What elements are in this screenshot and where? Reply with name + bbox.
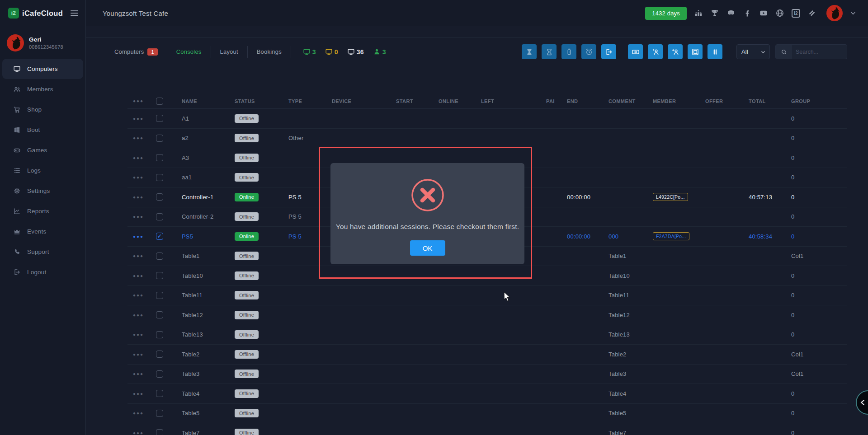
table-row[interactable]: ●●●a2OfflineOther0 xyxy=(127,129,847,149)
logo-text: iCafeCloud xyxy=(22,9,63,18)
row-checkbox[interactable] xyxy=(156,370,163,378)
crown-icon xyxy=(13,228,21,235)
member-badge[interactable]: F2A7DA[Po... xyxy=(653,232,689,240)
row-checkbox-cell xyxy=(149,154,170,161)
cell-group: 0 xyxy=(779,154,847,161)
table-row[interactable]: ●●●Table2OfflineTable2Col1 xyxy=(127,345,847,365)
row-menu-icon[interactable]: ●●● xyxy=(127,293,149,298)
sidebar-item-events[interactable]: Events xyxy=(2,221,83,242)
row-checkbox[interactable] xyxy=(156,135,163,142)
row-checkbox[interactable] xyxy=(156,410,163,417)
cell-total: 40:57:13 xyxy=(737,194,779,201)
sidebar-item-shop[interactable]: Shop xyxy=(2,99,83,120)
row-menu-icon[interactable]: ●●● xyxy=(127,155,149,160)
filter-select[interactable]: All xyxy=(736,44,770,59)
row-menu-icon[interactable]: ●●● xyxy=(127,371,149,376)
discord-icon[interactable] xyxy=(726,9,736,18)
sidebar-item-logs[interactable]: Logs xyxy=(2,160,83,181)
sidebar-item-members[interactable]: Members xyxy=(2,79,83,99)
account-avatar[interactable] xyxy=(826,5,843,21)
sidebar-item-computers[interactable]: Computers xyxy=(2,59,83,79)
table-row[interactable]: ●●●Table12OfflineTable120 xyxy=(127,305,847,325)
ok-button[interactable]: OK xyxy=(410,240,445,256)
alarm-button[interactable] xyxy=(581,44,596,59)
hourglass-filled-button[interactable] xyxy=(522,44,537,59)
row-menu-icon[interactable]: ●●● xyxy=(127,313,149,318)
row-menu-icon[interactable]: ●●● xyxy=(127,195,149,200)
row-menu-icon[interactable]: ●●● xyxy=(127,116,149,121)
hourglass-button[interactable] xyxy=(542,44,557,59)
tab-count-badge: 1 xyxy=(147,48,157,56)
row-menu-icon[interactable]: ●●● xyxy=(127,273,149,278)
column-header-comment: COMMENT xyxy=(597,98,641,104)
row-menu-icon[interactable]: ●●● xyxy=(127,411,149,416)
sidebar-item-logout[interactable]: Logout xyxy=(2,262,83,282)
row-checkbox[interactable] xyxy=(156,429,163,435)
sidebar-item-support[interactable]: Support xyxy=(2,242,83,262)
row-menu-icon[interactable]: ●●● xyxy=(127,391,149,396)
row-checkbox[interactable] xyxy=(156,174,163,181)
row-checkbox[interactable] xyxy=(156,292,163,299)
ranking-icon[interactable] xyxy=(694,9,703,18)
table-row[interactable]: ●●●Table13OfflineTable130 xyxy=(127,325,847,345)
member-star-button[interactable] xyxy=(648,44,663,59)
row-menu-icon[interactable]: ●●● xyxy=(127,175,149,180)
table-row[interactable]: ●●●Table5OfflineTable50 xyxy=(127,404,847,424)
table-row[interactable]: ●●●A1Offline0 xyxy=(127,109,847,129)
row-checkbox[interactable] xyxy=(156,253,163,260)
tab-computers[interactable]: Computers1 xyxy=(114,48,167,56)
select-all-checkbox[interactable] xyxy=(156,98,163,105)
table-row[interactable]: ●●●Table4OfflineTable40 xyxy=(127,384,847,404)
column-header-offer: OFFER xyxy=(693,98,737,104)
row-checkbox[interactable] xyxy=(156,115,163,122)
row-menu-icon[interactable]: ●●● xyxy=(127,136,149,140)
tab-layout[interactable]: Layout xyxy=(211,48,247,55)
sidebar-item-games[interactable]: Games xyxy=(2,140,83,160)
row-checkbox[interactable] xyxy=(156,213,163,220)
row-checkbox[interactable]: ✓ xyxy=(156,233,163,240)
youtube-icon[interactable] xyxy=(759,9,768,18)
screenshot-button[interactable] xyxy=(688,44,703,59)
trophy-icon[interactable] xyxy=(710,9,719,18)
row-menu-icon[interactable]: ●●● xyxy=(127,98,149,103)
user-block[interactable]: Geri 008612345678 xyxy=(0,26,85,59)
checkout-button[interactable] xyxy=(601,44,616,59)
row-menu-icon[interactable]: ●●● xyxy=(127,332,149,337)
cell-total: 40:58:34 xyxy=(737,233,779,240)
member-badge[interactable]: L4922C[Po... xyxy=(653,193,688,201)
tab-bookings[interactable]: Bookings xyxy=(248,48,291,55)
status-badge: Offline xyxy=(235,409,259,417)
member-add-button[interactable] xyxy=(668,44,683,59)
globe-icon[interactable] xyxy=(775,9,784,18)
sidebar-item-settings[interactable]: Settings xyxy=(2,181,83,201)
row-menu-icon[interactable]: ●●● xyxy=(127,234,149,239)
row-checkbox[interactable] xyxy=(156,272,163,279)
row-menu-icon[interactable]: ●●● xyxy=(127,430,149,435)
tab-consoles[interactable]: Consoles xyxy=(167,48,211,55)
cash-button[interactable] xyxy=(628,44,643,59)
row-checkbox[interactable] xyxy=(156,390,163,397)
row-checkbox[interactable] xyxy=(156,154,163,161)
icafe-icon[interactable]: i2 xyxy=(792,9,800,18)
chevron-down-icon[interactable] xyxy=(850,10,856,16)
table-row[interactable]: ●●●Table3OfflineTable3Col1 xyxy=(127,365,847,384)
row-menu-icon[interactable]: ●●● xyxy=(127,352,149,357)
battery-button[interactable] xyxy=(561,44,576,59)
row-checkbox[interactable] xyxy=(156,193,163,201)
row-checkbox-cell xyxy=(149,292,170,299)
days-badge[interactable]: 1432 days xyxy=(645,7,687,20)
swoosh-icon[interactable] xyxy=(807,9,816,18)
row-checkbox[interactable] xyxy=(156,351,163,358)
pause-button[interactable] xyxy=(708,44,722,59)
sidebar-item-boot[interactable]: Boot xyxy=(2,120,83,140)
menu-toggle-icon[interactable] xyxy=(71,10,78,16)
table-row[interactable]: ●●●Table11OfflineTable110 xyxy=(127,286,847,306)
search-input[interactable] xyxy=(792,49,847,55)
sidebar-item-reports[interactable]: Reports xyxy=(2,201,83,221)
row-checkbox[interactable] xyxy=(156,331,163,338)
row-menu-icon[interactable]: ●●● xyxy=(127,253,149,258)
row-menu-icon[interactable]: ●●● xyxy=(127,214,149,219)
facebook-icon[interactable] xyxy=(743,9,752,18)
table-row[interactable]: ●●●Table7OfflineTable70 xyxy=(127,423,847,435)
row-checkbox[interactable] xyxy=(156,311,163,318)
